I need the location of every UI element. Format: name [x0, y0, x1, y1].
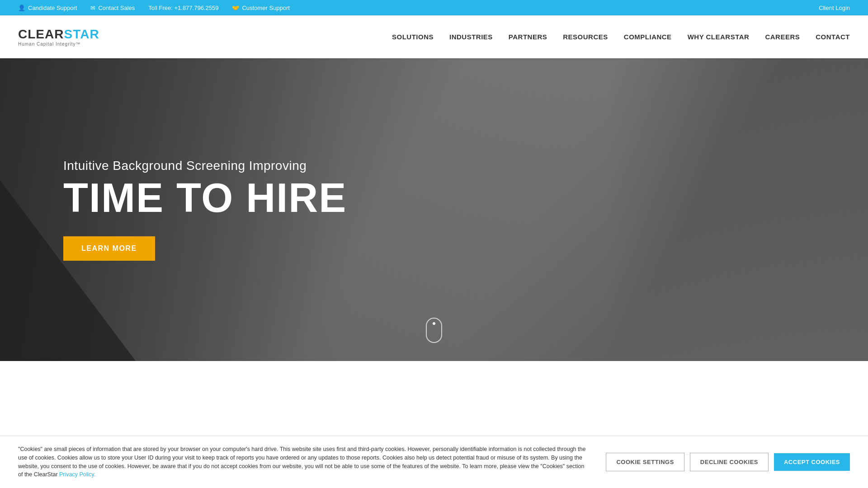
- nav-contact[interactable]: CONTACT: [816, 33, 850, 41]
- nav-links: SOLUTIONS INDUSTRIES PARTNERS RESOURCES …: [392, 33, 850, 41]
- cookie-banner: "Cookies" are small pieces of informatio…: [0, 436, 868, 488]
- cookie-settings-button[interactable]: COOKIE SETTINGS: [606, 453, 684, 471]
- candidate-support-link[interactable]: 👤 Candidate Support: [18, 5, 77, 11]
- nav-careers[interactable]: CAREERS: [765, 33, 800, 41]
- hero-subtitle: Intuitive Background Screening Improving: [63, 159, 347, 173]
- hero-content: Intuitive Background Screening Improving…: [63, 159, 347, 261]
- nav-industries[interactable]: INDUSTRIES: [449, 33, 493, 41]
- customer-support-link[interactable]: 🤝 Customer Support: [232, 5, 290, 11]
- client-login-link[interactable]: Client Login: [819, 5, 850, 11]
- cookie-buttons: COOKIE SETTINGS DECLINE COOKIES ACCEPT C…: [606, 453, 850, 471]
- nav-partners[interactable]: PARTNERS: [509, 33, 547, 41]
- below-hero-section: [0, 361, 868, 399]
- logo[interactable]: CLEARSTAR Human Capital Integrity™: [18, 27, 99, 47]
- person-icon: 👤: [18, 5, 25, 11]
- hero-cta-button[interactable]: LEARN MORE: [63, 236, 155, 261]
- decline-cookies-button[interactable]: DECLINE COOKIES: [690, 453, 769, 471]
- scroll-indicator: [426, 318, 442, 343]
- logo-tagline: Human Capital Integrity™: [18, 42, 99, 47]
- navbar: CLEARSTAR Human Capital Integrity™ SOLUT…: [0, 15, 868, 58]
- handshake-icon: 🤝: [232, 5, 239, 11]
- nav-compliance[interactable]: COMPLIANCE: [624, 33, 672, 41]
- hero-section: Intuitive Background Screening Improving…: [0, 58, 868, 361]
- contact-sales-label: Contact Sales: [98, 5, 135, 11]
- privacy-policy-link[interactable]: Privacy Policy.: [59, 471, 95, 478]
- logo-clear: CLEAR: [18, 27, 64, 41]
- hero-title: TIME TO HIRE: [63, 178, 347, 218]
- accept-cookies-button[interactable]: ACCEPT COOKIES: [774, 453, 850, 471]
- nav-why-clearstar[interactable]: WHY CLEARSTAR: [688, 33, 750, 41]
- nav-resources[interactable]: RESOURCES: [563, 33, 608, 41]
- contact-sales-link[interactable]: ✉ Contact Sales: [90, 5, 135, 11]
- scroll-dot: [433, 322, 435, 325]
- nav-solutions[interactable]: SOLUTIONS: [392, 33, 434, 41]
- cookie-text: "Cookies" are small pieces of informatio…: [18, 445, 588, 479]
- logo-star: STAR: [64, 27, 99, 41]
- top-bar: 👤 Candidate Support ✉ Contact Sales Toll…: [0, 0, 868, 15]
- toll-free-text: Toll Free: +1.877.796.2559: [148, 5, 218, 11]
- customer-support-label: Customer Support: [242, 5, 290, 11]
- candidate-support-label: Candidate Support: [28, 5, 77, 11]
- top-bar-left: 👤 Candidate Support ✉ Contact Sales Toll…: [18, 5, 290, 11]
- envelope-icon: ✉: [90, 5, 95, 11]
